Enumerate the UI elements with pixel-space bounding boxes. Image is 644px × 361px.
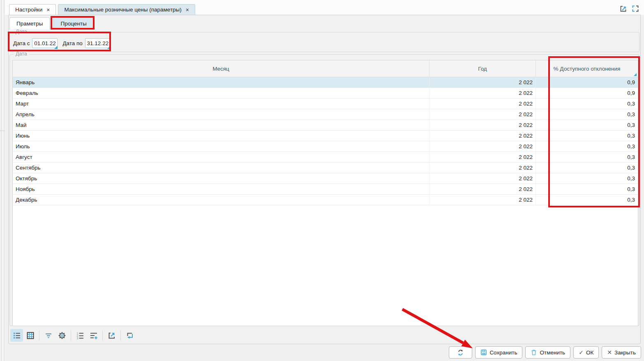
date-from-input[interactable] xyxy=(32,38,58,48)
toolbar-separator xyxy=(120,331,121,340)
save-button[interactable]: Сохранить xyxy=(475,346,522,359)
left-dock-gutter xyxy=(0,0,5,361)
cell-year: 2 022 xyxy=(429,131,536,141)
cell-pct: 0,3 xyxy=(536,195,638,205)
table-groupbox-legend: Дата xyxy=(14,51,29,57)
ok-button-label: ОК xyxy=(586,350,593,356)
fullscreen-button[interactable] xyxy=(631,4,640,13)
cell-pct: 0,3 xyxy=(536,131,638,141)
table-groupbox: Дата Месяц Год % Доступного отклонения Я… xyxy=(9,54,639,326)
column-header-year[interactable]: Год xyxy=(429,60,536,77)
cell-month: Январь xyxy=(13,77,429,87)
numbered-list-icon: 1 2 3 xyxy=(76,331,85,340)
cell-pct: 0,3 xyxy=(536,109,638,120)
cell-pct: 0,9 xyxy=(536,77,638,87)
save-button-label: Сохранить xyxy=(489,350,517,356)
cell-month: Март xyxy=(13,99,429,109)
cell-year: 2 022 xyxy=(429,99,536,109)
table-row[interactable]: Март 2 022 0,3 xyxy=(13,99,638,109)
tab-close-icon[interactable]: × xyxy=(186,7,189,13)
list-view-button[interactable] xyxy=(10,329,23,342)
table-row[interactable]: Сентябрь 2 022 0,3 xyxy=(13,163,638,173)
refresh-button[interactable] xyxy=(449,346,472,359)
list-view-icon xyxy=(12,331,21,340)
table-row[interactable]: Апрель 2 022 0,3 xyxy=(13,109,638,120)
table-row[interactable]: Июнь 2 022 0,3 xyxy=(13,131,638,141)
tab-content-panel: Праметры Проценты Дата Дата с Дата по Д xyxy=(8,15,641,344)
cell-year: 2 022 xyxy=(429,152,536,162)
table-row[interactable]: Ноябрь 2 022 0,3 xyxy=(13,184,638,195)
cell-month: Апрель xyxy=(13,109,429,120)
fullscreen-icon xyxy=(631,4,640,13)
table-empty-area xyxy=(13,205,638,326)
add-row-icon xyxy=(89,331,98,340)
grid-view-button[interactable] xyxy=(24,329,37,342)
date-from-field-wrap xyxy=(32,38,58,48)
open-in-window-icon xyxy=(619,4,628,13)
date-groupbox: Дата Дата с Дата по xyxy=(9,32,639,52)
sort-indicator-icon xyxy=(634,73,637,76)
settings-gear-icon xyxy=(58,331,67,340)
table-row[interactable]: Февраль 2 022 0,9 xyxy=(13,88,638,99)
document-tabbar: Настройки × Максимальные розничные цены … xyxy=(9,4,195,15)
cell-month: Август xyxy=(13,152,429,162)
ok-button[interactable]: ✓ ОК xyxy=(573,346,599,359)
table-row[interactable]: Июль 2 022 0,3 xyxy=(13,141,638,152)
open-in-window-button[interactable] xyxy=(619,4,628,13)
date-to-input[interactable] xyxy=(85,38,111,48)
toolbar-separator xyxy=(39,331,39,340)
reload-data-button[interactable] xyxy=(123,329,136,342)
subtab-parameters[interactable]: Праметры xyxy=(9,17,50,30)
cell-pct: 0,3 xyxy=(536,152,638,162)
numbered-list-button[interactable]: 1 2 3 xyxy=(74,329,86,342)
check-icon: ✓ xyxy=(579,349,584,356)
subtabbar: Праметры Проценты xyxy=(9,17,94,30)
cancel-button[interactable]: Отменить xyxy=(525,346,570,359)
subtab-percents[interactable]: Проценты xyxy=(53,17,93,30)
add-row-button[interactable] xyxy=(87,329,100,342)
filter-button[interactable] xyxy=(42,329,55,342)
table-row[interactable]: Декабрь 2 022 0,3 xyxy=(13,195,638,205)
cell-pct: 0,3 xyxy=(536,99,638,109)
cell-month: Сентябрь xyxy=(13,163,429,173)
settings-button[interactable] xyxy=(55,329,68,342)
date-groupbox-legend: Дата xyxy=(14,29,29,34)
table-row[interactable]: Октябрь 2 022 0,3 xyxy=(13,173,638,184)
cell-year: 2 022 xyxy=(429,120,536,130)
cell-year: 2 022 xyxy=(429,109,536,120)
cancel-button-label: Отменить xyxy=(540,350,565,356)
subtab-percents-label: Проценты xyxy=(60,21,86,27)
table-row[interactable]: Май 2 022 0,3 xyxy=(13,120,638,131)
cell-month: Июль xyxy=(13,141,429,152)
toolbar-separator xyxy=(71,331,71,340)
export-icon xyxy=(107,331,116,340)
reload-data-icon xyxy=(125,331,134,340)
grid-toolbar: 1 2 3 xyxy=(10,329,136,342)
cell-month: Февраль xyxy=(13,88,429,98)
cell-year: 2 022 xyxy=(429,163,536,173)
cell-year: 2 022 xyxy=(429,77,536,87)
trash-icon xyxy=(531,349,537,356)
footer-buttons: Сохранить Отменить ✓ ОК ✕ Закрыть xyxy=(449,346,641,359)
table-header-row: Месяц Год % Доступного отклонения xyxy=(13,60,638,77)
tab-close-icon[interactable]: × xyxy=(46,7,50,13)
grid-view-icon xyxy=(26,331,35,340)
column-header-pct[interactable]: % Доступного отклонения xyxy=(536,60,638,77)
gutter-divider xyxy=(0,131,5,131)
table-row[interactable]: Август 2 022 0,3 xyxy=(13,152,638,163)
filter-icon xyxy=(44,331,53,340)
cell-pct: 0,9 xyxy=(536,88,638,98)
tab-settings[interactable]: Настройки × xyxy=(9,4,56,15)
cell-year: 2 022 xyxy=(429,195,536,205)
column-header-month[interactable]: Месяц xyxy=(13,60,429,77)
cell-month: Май xyxy=(13,120,429,130)
close-button[interactable]: ✕ Закрыть xyxy=(602,346,641,359)
cell-pct: 0,3 xyxy=(536,120,638,130)
export-button[interactable] xyxy=(105,329,118,342)
tab-settings-label: Настройки xyxy=(15,7,42,13)
left-splitter[interactable] xyxy=(2,0,4,361)
table-row[interactable]: Январь 2 022 0,9 xyxy=(13,77,638,88)
tab-max-retail-prices[interactable]: Максимальные розничные цены (параметры) … xyxy=(58,4,195,15)
cell-year: 2 022 xyxy=(429,88,536,98)
close-button-label: Закрыть xyxy=(614,350,636,356)
